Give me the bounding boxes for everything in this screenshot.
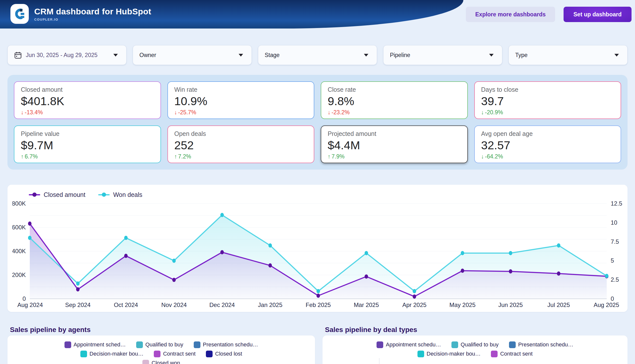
legend-swatch-icon	[65, 342, 71, 348]
kpi-card-projected-amount: Projected amount$4.4M↑7.9%	[321, 126, 468, 163]
arrow-down-icon: ↓	[21, 109, 24, 116]
trend-chart: 800K600K400K200K012.5107.552.50Aug 2024S…	[13, 199, 622, 310]
pipeline-by-deal-types-section: Sales pipeline by deal types Appointment…	[322, 326, 627, 364]
kpi-delta-value: -20.9%	[485, 109, 503, 116]
kpi-card-close-rate: Close rate9.8%↓-23.2%	[321, 81, 468, 119]
legend-swatch-icon	[80, 350, 87, 357]
legend-label: Decision-maker bou…	[427, 350, 481, 357]
kpi-label: Closed amount	[21, 86, 154, 93]
set-up-dashboard-button[interactable]: Set up dashboard	[563, 7, 631, 22]
svg-text:0: 0	[611, 295, 614, 302]
kpi-delta-value: 6.7%	[25, 153, 38, 160]
legend-label: Qualified to buy	[145, 342, 183, 348]
legend-swatch-icon	[194, 342, 200, 348]
kpi-value: 9.8%	[328, 95, 461, 107]
legend-item-appointment-schedu[interactable]: Appointment schedu…	[377, 341, 441, 348]
date-range-dropdown[interactable]: Jun 30, 2025 - Aug 29, 2025	[8, 45, 127, 65]
kpi-card-days-to-close: Days to close39.7↓-20.9%	[474, 81, 621, 119]
filter-dropdown-label: Type	[515, 52, 528, 58]
legend-dot-icon	[102, 193, 106, 197]
legend-item-appointment-sched[interactable]: Appointment sched…	[65, 341, 126, 348]
legend-item-contract-sent[interactable]: Contract sent	[491, 350, 532, 357]
legend-item-decision-maker-bou[interactable]: Decision-maker bou…	[417, 350, 481, 357]
legend-item-closed-won[interactable]: Closed won	[142, 360, 180, 364]
chevron-down-icon	[113, 54, 118, 56]
legend-label: Appointment sched…	[74, 342, 126, 348]
legend-label: Presentation schedu…	[203, 342, 258, 348]
kpi-card-avg-open-deal-age: Avg open deal age32.57↓-64.2%	[474, 126, 621, 163]
kpi-value: 252	[174, 139, 308, 151]
svg-text:Aug 2025: Aug 2025	[593, 302, 619, 308]
kpi-value: 10.9%	[174, 95, 308, 107]
pipeline-by-deal-types-title: Sales pipeline by deal types	[325, 326, 627, 334]
kpi-delta: ↓-64.2%	[481, 153, 614, 160]
legend-item-presentation-schedu[interactable]: Presentation schedu…	[194, 341, 258, 348]
legend-item-closed-amount[interactable]: Closed amount	[29, 191, 85, 198]
kpi-summary-panel: Closed amount$401.8K↓-13.4%Win rate10.9%…	[8, 75, 627, 170]
kpi-delta-value: -23.2%	[332, 109, 350, 116]
filter-dropdown-owner[interactable]: Owner	[133, 45, 252, 65]
legend-item-qualified-to-buy[interactable]: Qualified to buy	[451, 341, 499, 348]
kpi-card-closed-amount: Closed amount$401.8K↓-13.4%	[14, 81, 161, 119]
svg-text:Oct 2024: Oct 2024	[114, 302, 138, 308]
trend-chart-panel: Closed amountWon deals 800K600K400K200K0…	[8, 185, 627, 312]
svg-text:0: 0	[23, 295, 26, 302]
svg-text:Sep 2024: Sep 2024	[65, 302, 91, 308]
filter-dropdown-label: Stage	[265, 52, 280, 58]
chevron-down-icon	[364, 54, 368, 56]
legend-item-closed-lost[interactable]: Closed lost	[206, 350, 242, 357]
svg-text:Dec 2024: Dec 2024	[209, 302, 235, 308]
kpi-label: Days to close	[481, 86, 614, 93]
legend-label: Qualified to buy	[461, 342, 499, 348]
legend-swatch-icon	[417, 350, 424, 357]
svg-text:May 2025: May 2025	[449, 302, 475, 308]
filter-dropdown-pipeline[interactable]: Pipeline	[383, 45, 502, 65]
legend-swatch-icon	[136, 342, 143, 348]
arrow-up-icon: ↑	[328, 153, 331, 160]
legend-swatch-icon	[142, 360, 149, 364]
legend-item-decision-maker-bou[interactable]: Decision-maker bou…	[80, 350, 144, 357]
filter-dropdown-stage[interactable]: Stage	[258, 45, 377, 65]
legend-item-qualified-to-buy[interactable]: Qualified to buy	[136, 341, 183, 348]
svg-text:Aug 2024: Aug 2024	[17, 302, 43, 308]
app-header: CRM dashboard for HubSpot COUPLER.IO Exp…	[0, 0, 635, 28]
arrow-up-icon: ↑	[174, 153, 177, 160]
svg-text:2.5: 2.5	[611, 276, 619, 283]
svg-text:Feb 2025: Feb 2025	[306, 302, 331, 308]
kpi-delta-value: 7.9%	[332, 153, 345, 160]
legend-swatch-icon	[509, 342, 516, 348]
kpi-delta-value: 7.2%	[178, 153, 191, 160]
svg-text:5: 5	[611, 257, 614, 264]
kpi-value: 32.57	[481, 139, 614, 151]
legend-label: Closed won	[152, 360, 180, 364]
calendar-icon	[14, 51, 22, 59]
pipeline-by-agents-section: Sales pipeline by agents Appointment sch…	[8, 326, 315, 364]
filter-dropdown-type[interactable]: Type	[508, 45, 627, 65]
legend-item-presentation-schedu[interactable]: Presentation schedu…	[509, 341, 573, 348]
kpi-label: Win rate	[174, 86, 308, 93]
svg-text:400K: 400K	[13, 248, 26, 254]
explore-more-dashboards-button[interactable]: Explore more dashboards	[466, 7, 555, 22]
coupler-logo-icon	[14, 8, 25, 20]
kpi-label: Pipeline value	[21, 130, 154, 137]
kpi-card-open-deals: Open deals252↑7.2%	[167, 126, 315, 163]
legend-label: Contract sent	[163, 350, 196, 357]
chevron-down-icon	[489, 54, 494, 56]
legend-dot-icon	[33, 193, 37, 197]
svg-text:10: 10	[611, 219, 617, 226]
svg-text:Mar 2025: Mar 2025	[354, 302, 379, 308]
page-title: CRM dashboard for HubSpot	[34, 7, 151, 16]
svg-text:7.5: 7.5	[611, 238, 619, 245]
filter-dropdown-label: Owner	[139, 52, 156, 58]
legend-row: Decision-maker bou…Contract sent	[322, 350, 627, 357]
svg-text:800K: 800K	[13, 200, 26, 207]
legend-row: Appointment sched…Qualified to buyPresen…	[8, 341, 315, 348]
svg-text:200K: 200K	[13, 272, 26, 278]
legend-item-contract-sent[interactable]: Contract sent	[154, 350, 196, 357]
kpi-label: Close rate	[328, 86, 461, 93]
legend-item-won-deals[interactable]: Won deals	[98, 191, 142, 198]
bottom-charts-row: Sales pipeline by agents Appointment sch…	[8, 326, 627, 364]
svg-text:Jan 2025: Jan 2025	[258, 302, 283, 308]
kpi-card-win-rate: Win rate10.9%↓-25.7%	[167, 81, 315, 119]
svg-text:Jun 2025: Jun 2025	[498, 302, 523, 308]
